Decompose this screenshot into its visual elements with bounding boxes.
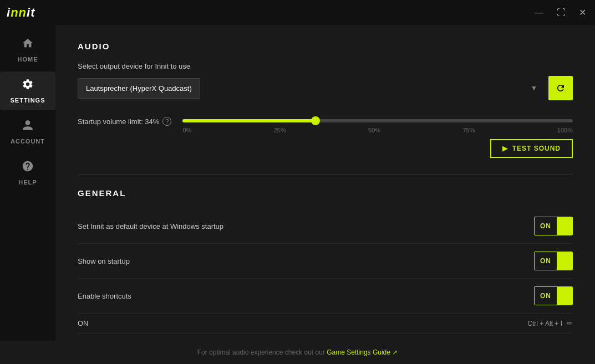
tick-100: 100% — [557, 127, 573, 134]
app-logo: innit — [7, 6, 35, 20]
tick-0: 0% — [182, 127, 191, 134]
toggle-default-device[interactable]: ON — [534, 217, 573, 235]
footer: For optimal audio experience check out o… — [0, 341, 595, 364]
toggle-shortcuts-label: ON — [535, 289, 557, 303]
minimize-button[interactable]: — — [532, 6, 546, 20]
footer-link-label: Game Settings Guide — [327, 348, 390, 356]
volume-slider-track[interactable] — [182, 119, 573, 122]
section-divider — [78, 175, 573, 175]
sidebar-home-label: HOME — [18, 56, 38, 63]
device-select-row: Lautsprecher (HyperX Quadcast) Default D… — [78, 76, 573, 100]
toggle-shortcuts-indicator — [557, 287, 572, 305]
shortcut-on-value-row: Ctrl + Alt + I ✏ — [527, 319, 573, 327]
home-icon — [22, 37, 34, 53]
refresh-device-button[interactable] — [548, 76, 573, 100]
sidebar-help-label: HELP — [18, 179, 37, 186]
toggle-default-device-label: ON — [535, 219, 557, 233]
volume-label: Startup volume limit: 34% ? — [78, 114, 171, 126]
volume-slider-fill — [182, 119, 315, 122]
test-sound-play-icon: ▶ — [502, 145, 508, 152]
device-select-wrapper: Lautsprecher (HyperX Quadcast) Default D… — [78, 78, 544, 99]
audio-section-title: AUDIO — [78, 42, 573, 51]
logo-it: it — [27, 6, 35, 19]
sidebar-settings-label: SETTINGS — [10, 97, 45, 104]
tick-75: 75% — [462, 127, 475, 134]
shortcut-row-off: OFF Ctrl + Alt + O ✏ — [78, 334, 573, 341]
titlebar: innit — ⛶ ✕ — [0, 0, 595, 25]
device-select[interactable]: Lautsprecher (HyperX Quadcast) Default D… — [78, 78, 200, 99]
setting-row-shortcuts: Enable shortcuts ON — [78, 279, 573, 314]
select-arrow-icon: ▼ — [531, 84, 537, 92]
sidebar-item-home[interactable]: HOME — [0, 30, 55, 69]
gear-icon — [22, 78, 34, 94]
footer-text: For optimal audio experience check out o… — [197, 348, 325, 356]
logo-text: innit — [7, 6, 35, 20]
sidebar-account-label: ACCOUNT — [11, 138, 45, 145]
window-controls: — ⛶ ✕ — [532, 5, 588, 20]
tick-25: 25% — [274, 127, 286, 134]
volume-slider-container: 0% 25% 50% 75% 100% — [182, 114, 573, 134]
setting-row-default-device: Set Innit as default device at Windows s… — [78, 209, 573, 244]
footer-link-icon: ↗ — [392, 348, 398, 356]
footer-link[interactable]: Game Settings Guide ↗ — [327, 348, 398, 356]
toggle-shortcuts[interactable]: ON — [534, 286, 573, 305]
toggle-show-startup[interactable]: ON — [534, 252, 573, 270]
general-section: GENERAL Set Innit as default device at W… — [78, 188, 573, 341]
volume-slider-thumb[interactable] — [311, 116, 320, 125]
sidebar-item-settings[interactable]: SETTINGS — [0, 71, 55, 110]
shortcut-on-keys: Ctrl + Alt + I — [527, 320, 562, 327]
maximize-button[interactable]: ⛶ — [555, 6, 568, 20]
test-sound-label: TEST SOUND — [512, 145, 561, 152]
refresh-icon — [556, 83, 566, 93]
logo-accent-n1: n — [11, 6, 18, 19]
sidebar-item-help[interactable]: HELP — [0, 153, 55, 192]
main-layout: HOME SETTINGS ACCOUNT — [0, 25, 595, 341]
tick-50: 50% — [368, 127, 380, 134]
logo-accent-n2: n — [19, 6, 27, 19]
setting-row-show-startup: Show on startup ON — [78, 244, 573, 279]
setting-label-default-device: Set Innit as default device at Windows s… — [78, 222, 223, 230]
toggle-show-startup-indicator — [557, 252, 572, 270]
shortcut-on-label: ON — [78, 319, 89, 327]
test-sound-button[interactable]: ▶ TEST SOUND — [490, 139, 573, 158]
question-icon — [22, 160, 34, 176]
shortcut-row-on: ON Ctrl + Alt + I ✏ — [78, 314, 573, 334]
volume-row: Startup volume limit: 34% ? 0% 25% 50% 7… — [78, 114, 573, 134]
toggle-default-device-indicator — [557, 217, 572, 235]
sidebar-item-account[interactable]: ACCOUNT — [0, 112, 55, 151]
volume-label-text: Startup volume limit: 34% — [78, 117, 159, 126]
sidebar: HOME SETTINGS ACCOUNT — [0, 25, 55, 341]
device-select-label: Select output device for Innit to use — [78, 62, 573, 70]
setting-label-shortcuts: Enable shortcuts — [78, 292, 131, 300]
toggle-show-startup-label: ON — [535, 254, 557, 268]
shortcut-on-edit-icon[interactable]: ✏ — [567, 319, 573, 327]
person-icon — [22, 119, 34, 135]
general-section-title: GENERAL — [78, 188, 573, 198]
slider-ticks: 0% 25% 50% 75% 100% — [182, 127, 573, 134]
help-icon[interactable]: ? — [162, 117, 171, 126]
audio-section: AUDIO Select output device for Innit to … — [78, 42, 573, 158]
close-button[interactable]: ✕ — [577, 5, 588, 20]
content-area: AUDIO Select output device for Innit to … — [55, 25, 595, 341]
setting-label-show-startup: Show on startup — [78, 257, 130, 265]
test-sound-row: ▶ TEST SOUND — [78, 139, 573, 158]
